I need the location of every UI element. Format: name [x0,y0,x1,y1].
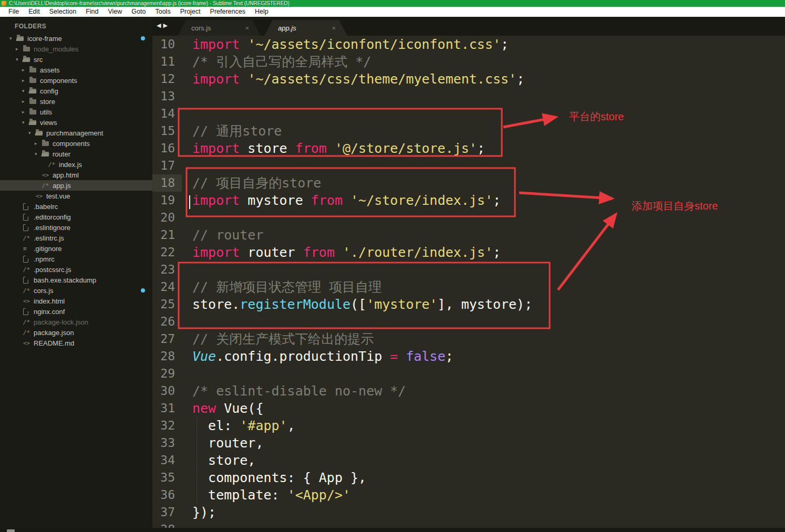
tree-item-views[interactable]: ▾views [0,117,152,128]
tree-item-README.md[interactable]: <>README.md [0,338,152,348]
folder-icon [29,78,40,83]
app-body: FOLDERS ▾icore-frame▸node_modules▾src▸as… [0,17,785,528]
tree-item-node_modules[interactable]: ▸node_modules [0,44,152,54]
code-line-38[interactable]: 38 [152,521,785,528]
code-editor[interactable]: 10import '~/assets/iconfont/iconfont.css… [152,36,785,528]
line-number: 21 [152,226,182,244]
tree-item-index.js[interactable]: /*index.js [0,159,152,170]
menu-view[interactable]: View [103,7,127,17]
code-line-18[interactable]: 18// 项目自身的store [152,174,785,192]
code-line-37[interactable]: 37}); [152,504,785,521]
code-line-36[interactable]: 36 template: '<App/>' [152,486,785,504]
code-line-31[interactable]: 31new Vue({ [152,400,785,417]
line-content: store, [182,452,255,469]
code-line-35[interactable]: 35 components: { App }, [152,469,785,486]
tree-item-config[interactable]: ▾config [0,86,152,96]
line-number: 30 [152,382,182,400]
code-line-23[interactable]: 23 [152,261,785,278]
code-line-22[interactable]: 22import router from './router/index.js'… [152,244,785,261]
menu-help[interactable]: Help [250,7,273,17]
tab-nav-right-icon[interactable]: ▶ [163,22,167,29]
code-line-32[interactable]: 32 el: '#app', [152,417,785,434]
tree-item-app.js[interactable]: /*app.js [0,180,152,191]
chevron-right-icon: ▸ [22,96,29,107]
code-line-12[interactable]: 12import '~/assets/css/theme/myelement.c… [152,70,785,88]
code-line-10[interactable]: 10import '~/assets/iconfont/iconfont.css… [152,36,785,53]
tree-item-cors.js[interactable]: /*cors.js [0,285,152,296]
code-line-16[interactable]: 16import store from '@/store/store.js'; [152,140,785,157]
tree-item-label: views [40,119,61,127]
tree-item-.postcssrc.js[interactable]: /*.postcssrc.js [0,264,152,275]
menu-goto[interactable]: Goto [127,7,150,17]
code-line-29[interactable]: 29 [152,365,785,382]
tab-cors.js[interactable]: cors.js× [178,20,261,36]
code-line-17[interactable]: 17 [152,157,785,174]
tree-item-components[interactable]: ▸components [0,75,152,86]
tree-item-package.json[interactable]: /*package.json [0,327,152,338]
code-line-27[interactable]: 27// 关闭生产模式下给出的提示 [152,330,785,348]
line-content: // 关闭生产模式下给出的提示 [182,330,374,348]
close-icon[interactable]: × [245,24,249,32]
code-line-28[interactable]: 28Vue.config.productionTip = false; [152,348,785,365]
tree-item-.eslintrc.js[interactable]: /*.eslintrc.js [0,233,152,243]
tree-item-label: utils [40,108,56,116]
tab-label: app.js [278,24,296,32]
code-line-33[interactable]: 33 router, [152,434,785,452]
tree-item-.eslintignore[interactable]: .eslintignore [0,222,152,233]
code-line-30[interactable]: 30/* eslint-disable no-new */ [152,382,785,400]
tree-item-bash.exe.stackdump[interactable]: bash.exe.stackdump [0,275,152,285]
file-icon [23,203,34,210]
file-icon [23,256,34,263]
tree-item-src[interactable]: ▾src [0,54,152,65]
code-line-15[interactable]: 15// 通用store [152,122,785,140]
tree-item-.npmrc[interactable]: .npmrc [0,254,152,264]
menu-preferences[interactable]: Preferences [205,7,250,17]
tree-item-nginx.conf[interactable]: nginx.conf [0,306,152,317]
code-line-34[interactable]: 34 store, [152,452,785,469]
tab-app.js[interactable]: app.js× [264,20,347,36]
folder-open-icon [29,120,40,125]
tree-item-.babelrc[interactable]: .babelrc [0,201,152,212]
line-content [182,365,192,382]
menu-selection[interactable]: Selection [45,7,81,17]
tree-item-router[interactable]: ▾router [0,149,152,159]
code-line-21[interactable]: 21// router [152,226,785,244]
tree-item-assets[interactable]: ▸assets [0,65,152,75]
chevron-right-icon: ▸ [22,75,29,86]
menu-edit[interactable]: Edit [24,7,45,17]
tree-item-package-lock.json[interactable]: /*package-lock.json [0,317,152,327]
tree-item-label: .npmrc [34,255,59,263]
line-number: 19 [152,192,182,209]
tree-item-utils[interactable]: ▸utils [0,107,152,117]
folder-icon [29,110,40,114]
menu-tools[interactable]: Tools [150,7,175,17]
menu-find[interactable]: Find [81,7,103,17]
tree-item-label: .editorconfig [34,213,75,221]
tab-nav-left-icon[interactable]: ◀ [157,22,161,29]
line-number: 25 [152,296,182,313]
line-content: Vue.config.productionTip = false; [182,348,453,365]
tree-item-.gitignore[interactable]: ≡.gitignore [0,243,152,254]
code-line-19[interactable]: 19import mystore from '~/store/index.js'… [152,192,785,209]
tree-item-app.html[interactable]: <>app.html [0,170,152,180]
tree-item-purchmanagement[interactable]: ▾purchmanagement [0,128,152,138]
code-line-14[interactable]: 14 [152,105,785,122]
close-icon[interactable]: × [332,24,336,32]
tree-item-index.html[interactable]: <>index.html [0,296,152,306]
tree-item-test.vue[interactable]: <>test.vue [0,191,152,201]
tree-item-components[interactable]: ▸components [0,138,152,149]
menu-file[interactable]: File [4,7,24,17]
code-line-11[interactable]: 11/* 引入自己写的全局样式 */ [152,53,785,70]
tree-item-.editorconfig[interactable]: .editorconfig [0,212,152,222]
tree-item-label: .eslintrc.js [34,234,68,242]
menu-project[interactable]: Project [175,7,205,17]
tree-item-label: app.html [53,171,83,179]
code-line-25[interactable]: 25store.registerModule(['mystore'], myst… [152,296,785,313]
code-line-13[interactable]: 13 [152,88,785,105]
tree-item-store[interactable]: ▸store [0,96,152,107]
code-line-20[interactable]: 20 [152,209,785,226]
code-line-24[interactable]: 24// 新增项目状态管理 项目自理 [152,278,785,296]
line-content: import '~/assets/css/theme/myelement.css… [182,70,524,88]
code-line-26[interactable]: 26 [152,313,785,330]
tree-item-icore-frame[interactable]: ▾icore-frame [0,33,152,44]
